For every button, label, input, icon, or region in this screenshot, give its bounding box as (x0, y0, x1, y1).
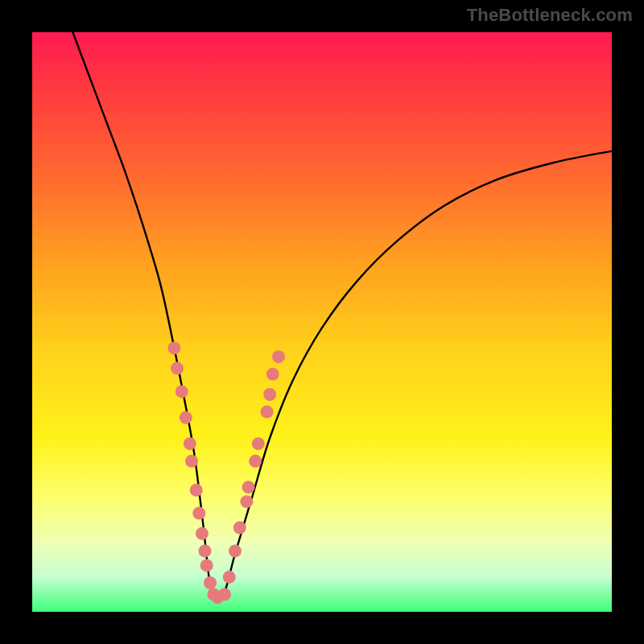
chart-svg (32, 32, 612, 612)
curve-marker (192, 507, 205, 520)
curve-marker (272, 350, 285, 363)
curve-marker (229, 544, 242, 557)
curve-marker (171, 362, 184, 375)
curve-marker (184, 437, 196, 450)
curve-markers (167, 341, 285, 604)
curve-marker (263, 388, 276, 401)
watermark-text: TheBottleneck.com (467, 5, 633, 26)
curve-marker (266, 368, 279, 381)
curve-marker (223, 571, 236, 584)
curve-marker (240, 495, 253, 508)
curve-marker (190, 484, 203, 497)
curve-marker (175, 385, 188, 398)
curve-marker (199, 544, 212, 557)
curve-marker (233, 522, 246, 535)
curve-marker (200, 559, 213, 572)
curve-marker (196, 527, 208, 540)
curve-marker (252, 437, 265, 450)
plot-area (32, 32, 612, 612)
curve-marker (204, 576, 217, 589)
bottleneck-curve (72, 32, 612, 601)
curve-marker (218, 588, 231, 601)
curve-marker (242, 481, 255, 493)
curve-marker (167, 341, 180, 354)
curve-marker (185, 455, 198, 468)
curve-marker (180, 411, 192, 424)
curve-marker (249, 455, 262, 468)
curve-marker (261, 406, 274, 419)
chart-frame: TheBottleneck.com (0, 0, 644, 644)
